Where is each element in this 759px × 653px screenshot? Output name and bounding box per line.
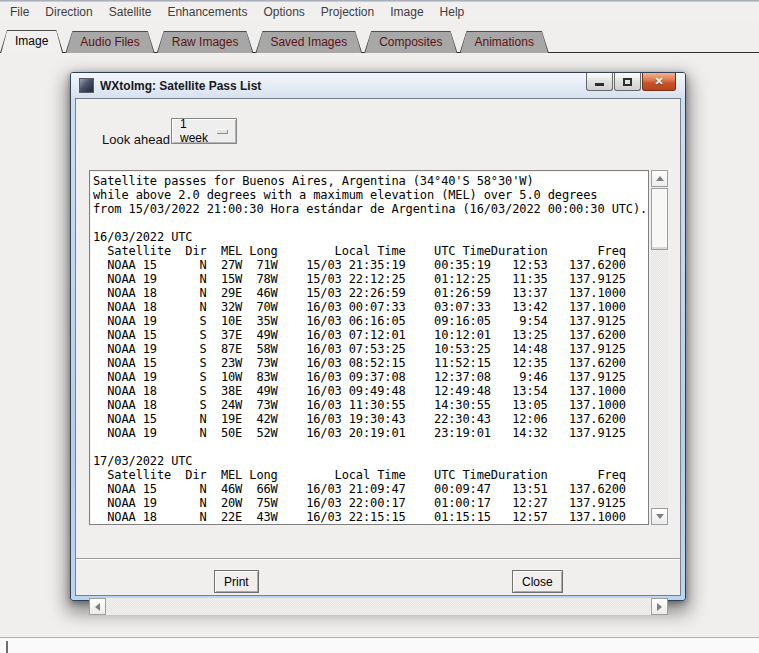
look-ahead-label: Look ahead [102, 132, 170, 147]
pass-list-text: Satellite passes for Buenos Aires, Argen… [90, 171, 648, 524]
tab-raw-images[interactable]: Raw Images [157, 31, 254, 53]
horizontal-scrollbar[interactable] [89, 598, 668, 615]
minimize-icon [595, 83, 604, 86]
scroll-right-button[interactable] [651, 598, 668, 615]
close-icon: ✕ [654, 76, 663, 87]
vertical-scrollbar[interactable] [651, 170, 668, 525]
scroll-left-button[interactable] [89, 598, 106, 615]
close-button[interactable]: Close [512, 570, 563, 593]
tab-label: Audio Files [66, 32, 153, 53]
tab-image[interactable]: Image [0, 30, 63, 53]
arrow-right-icon [657, 603, 662, 611]
menu-item-projection[interactable]: Projection [313, 3, 382, 21]
scroll-down-button[interactable] [651, 508, 668, 525]
dialog-title: WXtoImg: Satellite Pass List [100, 79, 261, 93]
vertical-scroll-thumb[interactable] [651, 188, 668, 250]
tab-bar: ImageAudio FilesRaw ImagesSaved ImagesCo… [0, 30, 759, 53]
maximize-icon [623, 78, 632, 86]
pass-list-text-area[interactable]: Satellite passes for Buenos Aires, Argen… [89, 170, 649, 525]
print-button[interactable]: Print [214, 570, 259, 593]
minimize-button[interactable] [586, 73, 613, 91]
maximize-button[interactable] [614, 73, 641, 91]
arrow-down-icon [656, 514, 664, 519]
app-icon [79, 78, 94, 93]
arrow-left-icon [95, 603, 100, 611]
menu-item-enhancements[interactable]: Enhancements [159, 3, 255, 21]
bottom-strip-tick [6, 641, 8, 653]
tab-audio-files[interactable]: Audio Files [65, 31, 154, 53]
menu-item-satellite[interactable]: Satellite [101, 3, 160, 21]
horizontal-scroll-trough[interactable] [106, 598, 651, 615]
pass-list-region: Satellite passes for Buenos Aires, Argen… [89, 170, 668, 525]
tab-label: Composites [365, 32, 456, 53]
satellite-pass-list-dialog: WXtoImg: Satellite Pass List ✕ Look ahea… [70, 72, 686, 601]
tab-animations[interactable]: Animations [460, 31, 549, 53]
dropdown-indicator-icon [216, 129, 228, 134]
menu-bar: FileDirectionSatelliteEnhancementsOption… [0, 2, 759, 22]
dialog-client-area: Look ahead 1 week Satellite passes for B… [75, 98, 681, 596]
window-controls: ✕ [585, 73, 676, 91]
menu-item-help[interactable]: Help [432, 3, 473, 21]
menu-item-image[interactable]: Image [382, 3, 431, 21]
tab-label: Raw Images [158, 32, 253, 53]
arrow-up-icon [656, 176, 664, 181]
menu-item-file[interactable]: File [2, 3, 37, 21]
scroll-up-button[interactable] [651, 170, 668, 187]
close-button[interactable]: ✕ [642, 73, 676, 91]
tab-label: Image [1, 31, 62, 54]
bottom-strip [0, 638, 759, 653]
menu-item-direction[interactable]: Direction [37, 3, 100, 21]
tab-composites[interactable]: Composites [364, 31, 457, 53]
look-ahead-dropdown[interactable]: 1 week [171, 118, 237, 144]
tab-label: Saved Images [256, 32, 361, 53]
tab-label: Animations [461, 32, 548, 53]
menu-item-options[interactable]: Options [255, 3, 312, 21]
tab-saved-images[interactable]: Saved Images [255, 31, 362, 53]
button-separator [76, 558, 680, 559]
look-ahead-value: 1 week [180, 117, 216, 145]
